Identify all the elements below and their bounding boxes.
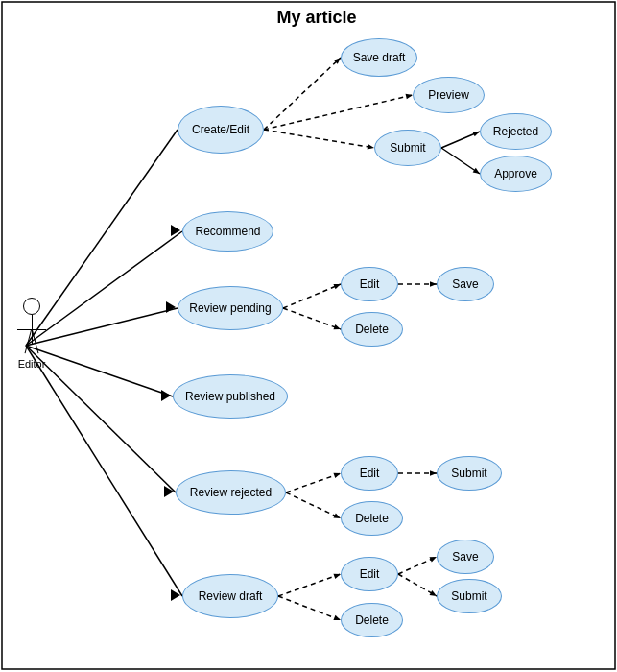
node-approve: Approve xyxy=(480,156,552,192)
node-preview: Preview xyxy=(413,77,485,113)
svg-marker-9 xyxy=(406,94,413,99)
svg-marker-33 xyxy=(429,557,437,562)
node-reviewDraft: Review draft xyxy=(182,574,278,618)
svg-line-12 xyxy=(441,132,480,148)
actor-editor: Editor xyxy=(17,298,46,370)
svg-line-3 xyxy=(26,346,173,396)
node-editP: Edit xyxy=(341,267,398,301)
diagram-lines xyxy=(0,0,617,672)
node-reviewRejected: Review rejected xyxy=(176,470,286,515)
node-recommend: Recommend xyxy=(182,211,273,252)
actor-head xyxy=(23,298,40,315)
svg-line-10 xyxy=(264,130,374,148)
svg-rect-36 xyxy=(2,2,615,669)
svg-marker-29 xyxy=(333,574,341,579)
node-deleteD: Delete xyxy=(341,603,403,637)
node-rejected: Rejected xyxy=(480,113,552,150)
node-editD: Edit xyxy=(341,557,398,591)
svg-marker-17 xyxy=(333,284,341,289)
node-reviewPending: Review pending xyxy=(178,286,283,330)
svg-line-0 xyxy=(26,130,178,346)
svg-line-4 xyxy=(26,346,176,492)
extend-triangle-reviewRejected xyxy=(164,486,174,497)
svg-marker-31 xyxy=(333,615,341,620)
node-deleteR: Delete xyxy=(341,501,403,536)
svg-marker-7 xyxy=(334,58,341,64)
svg-line-30 xyxy=(278,596,341,620)
svg-line-24 xyxy=(286,492,341,518)
node-submit: Submit xyxy=(374,130,441,166)
svg-marker-13 xyxy=(472,132,480,136)
node-submitR: Submit xyxy=(437,456,502,491)
svg-marker-21 xyxy=(430,281,437,287)
node-editR: Edit xyxy=(341,456,398,491)
svg-marker-25 xyxy=(333,513,341,518)
svg-marker-15 xyxy=(473,168,480,174)
node-createEdit: Create/Edit xyxy=(178,106,264,154)
extend-triangle-reviewPending xyxy=(166,301,176,313)
extend-triangle-reviewPublished xyxy=(161,390,171,401)
node-submitD: Submit xyxy=(437,579,502,613)
svg-line-28 xyxy=(278,574,341,596)
svg-marker-19 xyxy=(333,324,341,329)
svg-line-22 xyxy=(286,473,341,492)
svg-line-14 xyxy=(441,148,480,174)
svg-line-8 xyxy=(264,95,413,130)
node-reviewPublished: Review published xyxy=(173,374,288,419)
diagram-title: My article xyxy=(192,8,441,28)
svg-line-5 xyxy=(26,346,182,596)
svg-marker-35 xyxy=(430,590,437,596)
svg-line-32 xyxy=(398,557,437,574)
svg-line-6 xyxy=(264,58,341,130)
extend-triangle-recommend xyxy=(171,225,180,236)
diagram-canvas: My article Editor Create/EditSave draftP… xyxy=(0,0,617,672)
svg-line-1 xyxy=(26,231,182,346)
svg-line-16 xyxy=(283,284,341,308)
extend-triangle-reviewDraft xyxy=(171,589,180,601)
svg-marker-23 xyxy=(333,473,341,478)
node-saveD: Save xyxy=(437,540,494,574)
svg-line-18 xyxy=(283,308,341,329)
node-saveDraft: Save draft xyxy=(341,38,417,77)
svg-marker-11 xyxy=(368,144,374,150)
svg-marker-27 xyxy=(430,470,437,476)
node-deleteP: Delete xyxy=(341,312,403,347)
node-saveP: Save xyxy=(437,267,494,301)
actor-label: Editor xyxy=(18,358,46,370)
svg-line-34 xyxy=(398,574,437,596)
